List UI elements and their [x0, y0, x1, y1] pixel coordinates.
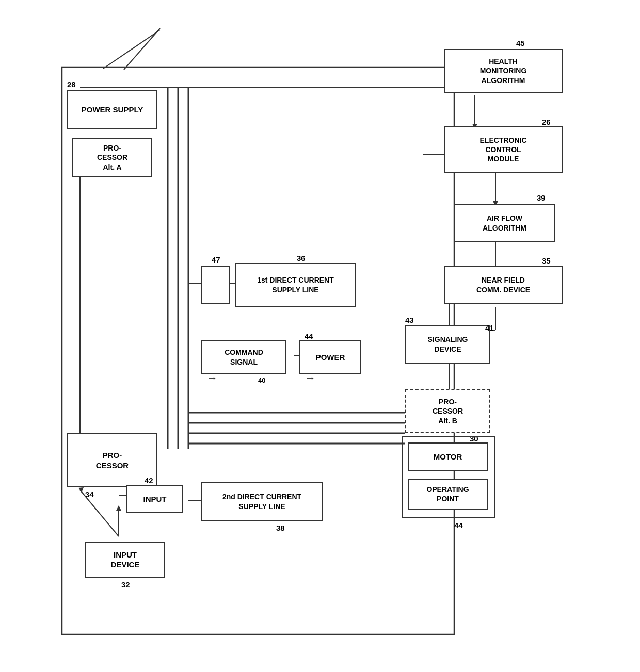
near-field-box: NEAR FIELDCOMM. DEVICE [444, 266, 563, 304]
signaling-device-box: SIGNALINGDEVICE [405, 325, 490, 364]
diagram-container: POWER SUPPLY 28 PRO-CESSORAlt. A HEALTHM… [0, 0, 640, 672]
processor-alt-b-box: PRO-CESSORAlt. B [405, 389, 490, 433]
ref-45-label: 45 [516, 39, 525, 47]
electronic-control-box: ELECTRONICCONTROLMODULE [444, 126, 563, 173]
ref-35-label: 35 [542, 256, 551, 265]
ref-32-label: 32 [121, 580, 130, 589]
svg-line-1 [124, 28, 160, 70]
ref-44-label: 44 [454, 521, 463, 530]
power-supply-box: POWER SUPPLY [67, 90, 157, 129]
command-signal-box: COMMANDSIGNAL [201, 340, 286, 374]
ref-47-box [201, 266, 230, 304]
input-box: INPUT [126, 485, 183, 513]
dc-supply-1-box: 1st DIRECT CURRENTSUPPLY LINE [235, 263, 356, 307]
ref-38-label: 38 [276, 523, 285, 532]
ref-43-label: 43 [405, 316, 414, 324]
svg-marker-35 [78, 487, 84, 493]
dc-supply-2-box: 2nd DIRECT CURRENTSUPPLY LINE [201, 482, 323, 521]
ref-34-label: 34 [85, 490, 94, 499]
air-flow-box: AIR FLOWALGORITHM [454, 204, 555, 242]
input-device-box: INPUTDEVICE [85, 542, 165, 578]
ref-39-label: 39 [537, 193, 546, 202]
motor-group-box [402, 436, 495, 518]
ref-47-label: 47 [212, 255, 220, 264]
ref-28-label: 28 [67, 80, 76, 89]
power-box: POWER [299, 340, 361, 374]
processor-main-box: PRO-CESSOR [67, 433, 157, 487]
ref-26-label: 26 [542, 118, 551, 126]
svg-line-37 [103, 30, 160, 69]
processor-alt-a-box: PRO-CESSORAlt. A [72, 138, 152, 177]
svg-marker-33 [116, 505, 121, 511]
command-arrow: → [206, 371, 218, 385]
ref-36-label: 36 [297, 254, 306, 263]
power-arrow: → [305, 371, 316, 385]
ref-42-label: 42 [145, 476, 153, 485]
health-monitoring-box: HEALTHMONITORINGALGORITHM [444, 49, 563, 93]
ref-41-label: 41 [485, 323, 494, 332]
ref-44b-label: 44 [305, 332, 313, 340]
ref-40-label: 40 [258, 376, 265, 384]
